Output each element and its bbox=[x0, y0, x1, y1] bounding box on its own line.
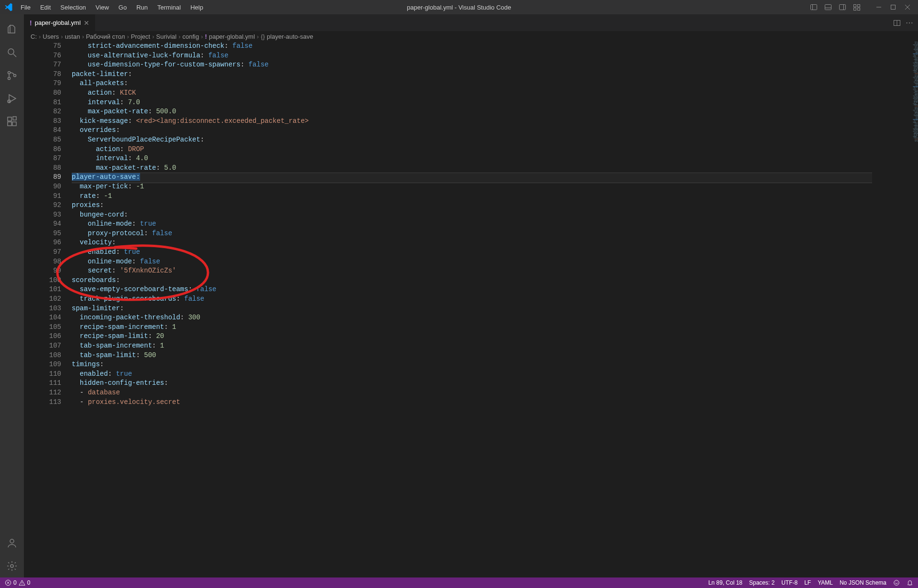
window-close-icon[interactable] bbox=[901, 0, 914, 14]
code-line-83[interactable]: kick-message: <red><lang:disconnect.exce… bbox=[72, 117, 918, 126]
breadcrumb-segment[interactable]: Users bbox=[43, 33, 59, 40]
code-line-96[interactable]: velocity: bbox=[72, 238, 918, 248]
code-line-104[interactable]: incoming-packet-threshold: 300 bbox=[72, 313, 918, 323]
split-editor-icon[interactable] bbox=[893, 19, 901, 27]
svg-rect-11 bbox=[891, 5, 896, 10]
source-control-icon[interactable] bbox=[0, 64, 24, 87]
code-line-80[interactable]: action: KICK bbox=[72, 88, 918, 98]
menu-selection[interactable]: Selection bbox=[56, 2, 90, 13]
svg-rect-9 bbox=[858, 8, 860, 11]
breadcrumb-segment[interactable]: Project bbox=[131, 33, 150, 40]
menu-go[interactable]: Go bbox=[114, 2, 131, 13]
code-line-102[interactable]: track-plugin-scoreboards: false bbox=[72, 294, 918, 304]
line-number-gutter: 7576777879808182838485868788899091929394… bbox=[24, 42, 72, 577]
breadcrumb-symbol[interactable]: {} player-auto-save bbox=[261, 33, 313, 40]
breadcrumb-segment[interactable]: Рабочий стол bbox=[86, 33, 125, 40]
svg-rect-6 bbox=[854, 5, 856, 7]
code-line-99[interactable]: secret: '5fXnknOZicZs' bbox=[72, 266, 918, 276]
code-line-77[interactable]: use-dimension-type-for-custom-spawners: … bbox=[72, 60, 918, 70]
code-line-101[interactable]: save-empty-scoreboard-teams: false bbox=[72, 285, 918, 294]
svg-point-24 bbox=[10, 539, 14, 543]
tab-close-icon[interactable]: ✕ bbox=[84, 20, 89, 26]
toggle-panel-bottom-icon[interactable] bbox=[821, 0, 835, 14]
code-line-91[interactable]: rate: -1 bbox=[72, 192, 918, 201]
tab-paper-global[interactable]: ! paper-global.yml ✕ bbox=[24, 14, 96, 31]
accounts-icon[interactable] bbox=[0, 532, 24, 555]
menu-edit[interactable]: Edit bbox=[36, 2, 55, 13]
code-line-106[interactable]: recipe-spam-limit: 20 bbox=[72, 332, 918, 341]
svg-point-25 bbox=[11, 565, 13, 567]
menu-run[interactable]: Run bbox=[132, 2, 152, 13]
code-line-108[interactable]: tab-spam-limit: 500 bbox=[72, 351, 918, 360]
explorer-icon[interactable] bbox=[0, 18, 24, 41]
code-content[interactable]: strict-advancement-dimension-check: fals… bbox=[72, 42, 918, 577]
code-line-75[interactable]: strict-advancement-dimension-check: fals… bbox=[72, 42, 918, 51]
code-line-84[interactable]: overrides: bbox=[72, 126, 918, 135]
cursor-position[interactable]: Ln 89, Col 18 bbox=[708, 579, 742, 586]
code-line-111[interactable]: hidden-config-entries: bbox=[72, 379, 918, 388]
code-line-103[interactable]: spam-limiter: bbox=[72, 304, 918, 314]
svg-rect-4 bbox=[840, 5, 846, 10]
json-schema[interactable]: No JSON Schema bbox=[840, 579, 886, 586]
breadcrumb-file[interactable]: ! paper-global.yml bbox=[205, 33, 255, 40]
svg-point-32 bbox=[22, 584, 22, 585]
breadcrumb-segment[interactable]: config bbox=[183, 33, 199, 40]
code-line-81[interactable]: interval: 7.0 bbox=[72, 98, 918, 108]
code-line-93[interactable]: bungee-cord: bbox=[72, 210, 918, 220]
search-icon[interactable] bbox=[0, 41, 24, 64]
menu-file[interactable]: File bbox=[16, 2, 35, 13]
window-minimize-icon[interactable] bbox=[872, 0, 885, 14]
code-line-86[interactable]: action: DROP bbox=[72, 145, 918, 154]
code-line-109[interactable]: timings: bbox=[72, 360, 918, 370]
code-line-78[interactable]: packet-limiter: bbox=[72, 70, 918, 79]
code-line-92[interactable]: proxies: bbox=[72, 201, 918, 210]
code-line-105[interactable]: recipe-spam-increment: 1 bbox=[72, 323, 918, 332]
code-line-97[interactable]: enabled: true bbox=[72, 248, 918, 257]
menu-bar: FileEditSelectionViewGoRunTerminalHelp bbox=[16, 2, 208, 13]
code-line-82[interactable]: max-packet-rate: 500.0 bbox=[72, 107, 918, 117]
menu-help[interactable]: Help bbox=[186, 2, 208, 13]
window-maximize-icon[interactable] bbox=[886, 0, 900, 14]
breadcrumbs[interactable]: C:›Users›ustan›Рабочий стол›Project›Suri… bbox=[24, 31, 918, 42]
svg-point-33 bbox=[894, 580, 899, 586]
code-line-90[interactable]: max-per-tick: -1 bbox=[72, 182, 918, 192]
language-mode[interactable]: YAML bbox=[818, 579, 833, 586]
code-line-95[interactable]: proxy-protocol: false bbox=[72, 229, 918, 239]
code-line-88[interactable]: max-packet-rate: 5.0 bbox=[72, 163, 918, 173]
breadcrumb-segment[interactable]: Surivial bbox=[156, 33, 177, 40]
menu-terminal[interactable]: Terminal bbox=[153, 2, 185, 13]
encoding[interactable]: UTF-8 bbox=[781, 579, 798, 586]
code-line-79[interactable]: all-packets: bbox=[72, 79, 918, 88]
run-debug-icon[interactable] bbox=[0, 87, 24, 110]
code-line-85[interactable]: ServerboundPlaceRecipePacket: bbox=[72, 135, 918, 145]
breadcrumb-segment[interactable]: ustan bbox=[65, 33, 80, 40]
breadcrumb-segment[interactable]: C: bbox=[31, 33, 37, 40]
notifications-icon[interactable] bbox=[907, 579, 913, 586]
indentation[interactable]: Spaces: 2 bbox=[749, 579, 775, 586]
code-line-110[interactable]: enabled: true bbox=[72, 370, 918, 379]
code-line-107[interactable]: tab-spam-increment: 1 bbox=[72, 341, 918, 351]
customize-layout-icon[interactable] bbox=[850, 0, 863, 14]
errors-warnings[interactable]: 0 0 bbox=[5, 579, 30, 586]
eol[interactable]: LF bbox=[804, 579, 811, 586]
code-line-87[interactable]: interval: 4.0 bbox=[72, 154, 918, 163]
svg-rect-21 bbox=[8, 122, 11, 126]
code-line-89[interactable]: player-auto-save: bbox=[72, 173, 918, 182]
menu-view[interactable]: View bbox=[91, 2, 113, 13]
extensions-icon[interactable] bbox=[0, 110, 24, 133]
more-actions-icon[interactable]: ⋯ bbox=[906, 18, 913, 27]
status-bar: 0 0 Ln 89, Col 18 Spaces: 2 UTF-8 LF YAM… bbox=[0, 577, 918, 588]
toggle-panel-right-icon[interactable] bbox=[836, 0, 849, 14]
feedback-icon[interactable] bbox=[893, 579, 900, 586]
toggle-panel-left-icon[interactable] bbox=[807, 0, 820, 14]
code-line-113[interactable]: - proxies.velocity.secret bbox=[72, 398, 918, 407]
code-line-100[interactable]: scoreboards: bbox=[72, 276, 918, 285]
code-line-94[interactable]: online-mode: true bbox=[72, 219, 918, 229]
settings-gear-icon[interactable] bbox=[0, 555, 24, 577]
tab-bar: ! paper-global.yml ✕ ⋯ bbox=[24, 14, 918, 31]
editor[interactable]: 7576777879808182838485868788899091929394… bbox=[24, 42, 918, 577]
code-line-76[interactable]: use-alternative-luck-formula: false bbox=[72, 51, 918, 61]
svg-point-14 bbox=[8, 49, 14, 54]
code-line-98[interactable]: online-mode: false bbox=[72, 257, 918, 267]
code-line-112[interactable]: - database bbox=[72, 388, 918, 398]
